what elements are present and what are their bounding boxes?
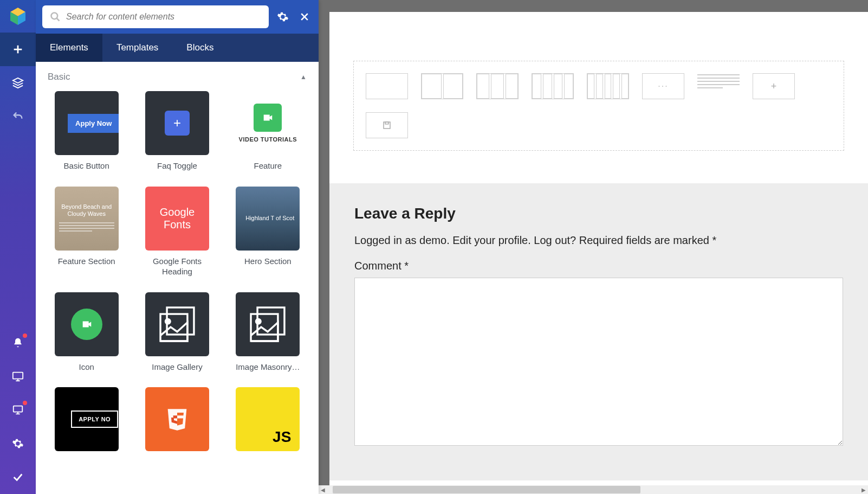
tile-label: Feature Section <box>58 256 115 267</box>
thumb-javascript: JS <box>236 387 300 451</box>
logout-link[interactable]: Log out? <box>534 234 576 246</box>
section-basic-header[interactable]: Basic ▲ <box>48 72 307 82</box>
thumb-feature: VIDEO TUTORIALS <box>236 91 300 155</box>
layout-2col[interactable] <box>421 73 463 99</box>
scroll-right-arrow[interactable]: ▶ <box>859 485 868 494</box>
scrollbar-thumb[interactable] <box>333 486 640 493</box>
rail-add-button[interactable] <box>0 33 36 66</box>
thumb-feature-section: Beyond Beach and Cloudy Waves <box>55 187 119 251</box>
layout-1col[interactable] <box>366 73 408 99</box>
rail-settings-button[interactable] <box>0 427 36 460</box>
app-logo <box>7 5 29 27</box>
close-icon <box>299 11 310 22</box>
thumb-button-label: Apply Now <box>68 114 119 133</box>
tile-label: Icon <box>79 362 94 373</box>
layers-icon <box>12 77 24 89</box>
thumb-heading: Highland T of Scot <box>245 215 294 222</box>
image-stack-icon <box>154 301 200 348</box>
layout-5col[interactable] <box>587 73 629 99</box>
canvas-area: ··· + Leave a Reply Logged in as demo. E… <box>319 0 868 494</box>
comment-label: Comment * <box>354 260 843 272</box>
thumb-basic-button: Apply Now <box>55 91 119 155</box>
tile-image-gallery[interactable]: Image Gallery <box>138 292 216 373</box>
rail-presentation-button[interactable] <box>0 393 36 427</box>
svg-rect-14 <box>251 314 278 341</box>
tile-icon[interactable]: Icon <box>48 292 125 373</box>
rail-layers-button[interactable] <box>0 66 36 100</box>
comment-textarea[interactable] <box>354 278 843 446</box>
page-preview: ··· + Leave a Reply Logged in as demo. E… <box>329 12 868 485</box>
panel-tabs: Elements Templates Blocks <box>36 34 319 62</box>
check-icon <box>12 471 24 483</box>
tile-label: Image Gallery <box>152 362 202 373</box>
layout-text-block[interactable] <box>697 73 740 99</box>
cube-logo-icon <box>8 7 28 26</box>
svg-rect-5 <box>14 406 23 412</box>
thumb-google-fonts: Google Fonts <box>145 187 209 251</box>
svg-rect-4 <box>13 373 23 379</box>
tab-templates[interactable]: Templates <box>102 34 172 62</box>
layout-template-button[interactable] <box>366 112 408 138</box>
thumb-button-label: APPLY NO <box>71 410 118 428</box>
tile-basic-button[interactable]: Apply Now Basic Button <box>48 91 125 171</box>
user-link[interactable]: demo <box>419 234 446 246</box>
reply-heading: Leave a Reply <box>354 205 843 222</box>
scroll-left-arrow[interactable]: ◀ <box>319 485 327 494</box>
rail-undo-button[interactable] <box>0 100 36 133</box>
video-icon <box>254 104 282 132</box>
tile-outline-button[interactable]: APPLY NO <box>48 387 125 457</box>
rail-notifications-button[interactable] <box>0 326 36 360</box>
gear-icon <box>277 11 289 23</box>
layout-3col[interactable] <box>476 73 519 99</box>
presentation-icon <box>12 404 24 416</box>
section-title: Basic <box>48 72 70 82</box>
thumb-line1: Google <box>160 206 195 219</box>
search-input[interactable] <box>66 12 261 22</box>
bell-icon <box>12 337 23 348</box>
tab-blocks[interactable]: Blocks <box>172 34 228 62</box>
video-icon <box>71 309 102 340</box>
reply-meta: Logged in as demo. Edit your profile. Lo… <box>354 234 843 247</box>
svg-marker-3 <box>13 78 23 83</box>
meta-text: Logged in as <box>354 234 419 246</box>
thumb-caption: VIDEO TUTORIALS <box>239 136 297 143</box>
tile-label: Image Masonry… <box>236 362 300 373</box>
tile-hero-section[interactable]: Highland T of Scot Hero Section <box>229 187 307 277</box>
monitor-icon <box>12 370 24 382</box>
tile-feature-section[interactable]: Beyond Beach and Cloudy Waves Feature Se… <box>48 187 125 277</box>
row-layout-strip: ··· + <box>353 61 844 151</box>
tile-faq-toggle[interactable]: + Faq Toggle <box>138 91 216 171</box>
tile-javascript[interactable]: JS <box>229 387 307 457</box>
rail-confirm-button[interactable] <box>0 460 36 494</box>
svg-point-6 <box>51 13 58 20</box>
elements-panel: Elements Templates Blocks Basic ▲ Apply … <box>36 0 319 494</box>
panel-close-button[interactable] <box>297 9 312 24</box>
tile-label: Google Fonts Heading <box>138 256 216 277</box>
search-field-wrap <box>42 5 269 28</box>
tile-label: Basic Button <box>64 161 109 171</box>
template-icon <box>382 120 392 130</box>
layout-more[interactable]: ··· <box>642 73 684 99</box>
tile-google-fonts-heading[interactable]: Google Fonts Google Fonts Heading <box>138 187 216 277</box>
tab-elements[interactable]: Elements <box>36 34 102 62</box>
tile-html5[interactable] <box>138 387 216 457</box>
thumb-faq-toggle: + <box>145 91 209 155</box>
rail-desktop-view-button[interactable] <box>0 360 36 393</box>
horizontal-scrollbar[interactable]: ◀ ▶ <box>319 485 868 494</box>
layout-4col[interactable] <box>532 73 574 99</box>
nav-rail <box>0 0 36 494</box>
gear-icon <box>12 438 24 450</box>
tile-image-masonry[interactable]: Image Masonry… <box>229 292 307 373</box>
layout-add-button[interactable]: + <box>753 73 795 99</box>
tile-feature[interactable]: VIDEO TUTORIALS Feature <box>229 91 307 171</box>
panel-body: Basic ▲ Apply Now Basic Button + Faq Tog… <box>36 62 319 494</box>
svg-rect-16 <box>384 122 390 129</box>
chevron-up-icon: ▲ <box>300 73 307 81</box>
panel-settings-button[interactable] <box>275 9 290 24</box>
search-icon <box>50 11 61 22</box>
edit-profile-link[interactable]: Edit your profile <box>452 234 528 246</box>
thumb-heading: Beyond Beach and Cloudy Waves <box>59 203 114 217</box>
meta-text: . <box>446 234 452 246</box>
notification-dot <box>23 401 27 405</box>
reply-section: Leave a Reply Logged in as demo. Edit yo… <box>329 183 868 480</box>
